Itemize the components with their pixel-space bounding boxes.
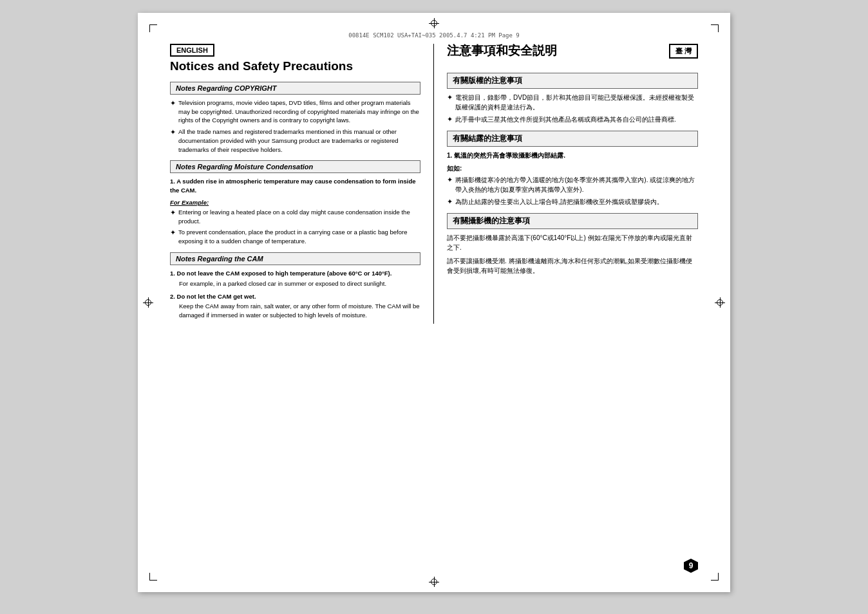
- copyright-text-zh-1: 電視節目，錄影帶，DVD節目，影片和其他節目可能已受版權保護。未經授權複製受版權…: [455, 93, 698, 112]
- moisture-example-zh-1: ✦ 將攝影機從寒冷的地方帶入溫暖的地方(如冬季室外將其攜帶入室內). 或從涼爽的…: [447, 175, 698, 194]
- for-example-label: For Example:: [170, 199, 420, 206]
- moisture-example-text-1: Entering or leaving a heated place on a …: [178, 208, 420, 226]
- file-header: 00814E SCM102 USA+TAI~035 2005.4.7 4:21 …: [170, 32, 698, 39]
- right-header-row: 注意事項和安全説明 臺 灣: [447, 44, 698, 66]
- cam-item-1: 1. Do not leave the CAM exposed to high …: [170, 269, 420, 288]
- lang-badge-en: ENGLISH: [170, 44, 214, 57]
- bullet-symbol-2: ✦: [170, 127, 176, 136]
- document-page: 00814E SCM102 USA+TAI~035 2005.4.7 4:21 …: [138, 13, 730, 592]
- crop-mark-tr: [711, 24, 719, 32]
- moisture-item-1: 1. A sudden rise in atmospheric temperat…: [170, 177, 420, 195]
- cam-text-zh-1: 請不要把攝影機暴露於高溫下(60°C或140°F以上) 例如:在陽光下停放的車內…: [447, 234, 692, 251]
- moisture-example-text-2: To prevent condensation, place the produ…: [178, 228, 420, 246]
- reg-mark-bottom: [429, 577, 439, 587]
- moisture-num-zh-1: 1.: [447, 152, 454, 159]
- copyright-bullet-zh-2: ✦ 此手冊中或三星其他文件所提到其他產品名稱或商標為其各自公司的註冊商標.: [447, 115, 698, 124]
- bullet-symbol-m2: ✦: [170, 228, 176, 237]
- copyright-bullet-zh-1: ✦ 電視節目，錄影帶，DVD節目，影片和其他節目可能已受版權保護。未經授權複製受…: [447, 93, 698, 112]
- reg-mark-left: [143, 297, 153, 308]
- cam-text-zh-2: 請不要讓攝影機受潮. 將攝影機遠離雨水,海水和任何形式的潮氣,如果受潮數位攝影機…: [447, 257, 692, 274]
- section-header-copyright-zh: 有關版權的注意事項: [447, 73, 698, 89]
- content-area: ENGLISH Notices and Safety Precautions N…: [170, 44, 698, 324]
- page-number: 9: [684, 559, 698, 573]
- cam-bold-2: Do not let the CAM get wet.: [177, 293, 256, 300]
- cam-num-1: 1.: [170, 270, 177, 277]
- moisture-example-text-zh-2: 為防止結露的發生要出入以上場合時,請把攝影機收至外攜袋或塑膠袋內。: [455, 197, 698, 207]
- crop-mark-bl: [149, 573, 157, 581]
- bullet-symbol-mzh-1: ✦: [447, 175, 453, 184]
- page-wrapper: 00814E SCM102 USA+TAI~035 2005.4.7 4:21 …: [0, 0, 868, 614]
- bullet-symbol-1: ✦: [170, 98, 176, 107]
- bullet-symbol-m1: ✦: [170, 208, 176, 217]
- cam-detail-2: Keep the CAM away from rain, salt water,…: [179, 302, 420, 320]
- section-header-moisture-en: Notes Regarding Moisture Condensation: [170, 160, 420, 173]
- moisture-text-zh-1: 氣溫的突然升高會導致攝影機內部結露.: [454, 152, 565, 159]
- section-header-moisture-zh: 有關結露的注意事項: [447, 131, 698, 147]
- cam-detail-1: For example, in a parked closed car in s…: [179, 279, 420, 288]
- main-title-en: Notices and Safety Precautions: [170, 59, 420, 74]
- moisture-example-2: ✦ To prevent condensation, place the pro…: [170, 228, 420, 246]
- copyright-bullet-1: ✦ Television programs, movie video tapes…: [170, 98, 420, 125]
- copyright-text-1: Television programs, movie video tapes, …: [178, 98, 420, 125]
- taiwan-badge: 臺 灣: [669, 44, 698, 59]
- reg-mark-right: [715, 297, 725, 308]
- crop-mark-br: [711, 573, 719, 581]
- moisture-example-zh-2: ✦ 為防止結露的發生要出入以上場合時,請把攝影機收至外攜袋或塑膠袋內。: [447, 197, 698, 207]
- cam-bold-1: Do not leave the CAM exposed to high tem…: [177, 270, 392, 277]
- bullet-symbol-zh-1: ✦: [447, 93, 453, 102]
- bullet-symbol-zh-2: ✦: [447, 115, 453, 124]
- cam-item-zh-1: 請不要把攝影機暴露於高溫下(60°C或140°F以上) 例如:在陽光下停放的車內…: [447, 233, 698, 252]
- copyright-bullet-2: ✦ All the trade names and registered tra…: [170, 127, 420, 154]
- crop-mark-tl: [149, 24, 157, 32]
- section-header-cam-zh: 有關攝影機的注意事項: [447, 213, 698, 229]
- reg-mark-top: [429, 18, 439, 28]
- section-header-cam-en: Notes Regarding the CAM: [170, 252, 420, 265]
- bullet-symbol-mzh-2: ✦: [447, 197, 453, 206]
- left-column: ENGLISH Notices and Safety Precautions N…: [170, 44, 434, 324]
- moisture-num-1: 1.: [170, 178, 176, 185]
- moisture-example-1: ✦ Entering or leaving a heated place on …: [170, 208, 420, 226]
- moisture-item-zh-1: 1. 氣溫的突然升高會導致攝影機內部結露.: [447, 151, 698, 160]
- moisture-example-text-zh-1: 將攝影機從寒冷的地方帶入溫暖的地方(如冬季室外將其攜帶入室內). 或從涼爽的地方…: [455, 175, 698, 194]
- section-header-copyright-en: Notes Regarding COPYRIGHT: [170, 82, 420, 95]
- moisture-text-1: A sudden rise in atmospheric temperature…: [170, 178, 416, 194]
- cam-num-2: 2.: [170, 293, 177, 300]
- cam-item-2: 2. Do not let the CAM get wet. Keep the …: [170, 292, 420, 320]
- for-example-label-zh: 如如:: [447, 164, 698, 173]
- cam-item-zh-2: 請不要讓攝影機受潮. 將攝影機遠離雨水,海水和任何形式的潮氣,如果受潮數位攝影機…: [447, 256, 698, 275]
- copyright-text-2: All the trade names and registered trade…: [178, 127, 420, 154]
- right-column: 注意事項和安全説明 臺 灣 有關版權的注意事項 ✦ 電視節目，錄影帶，DVD節目…: [434, 44, 698, 324]
- main-title-zh: 注意事項和安全説明: [447, 44, 557, 59]
- copyright-text-zh-2: 此手冊中或三星其他文件所提到其他產品名稱或商標為其各自公司的註冊商標.: [455, 115, 698, 124]
